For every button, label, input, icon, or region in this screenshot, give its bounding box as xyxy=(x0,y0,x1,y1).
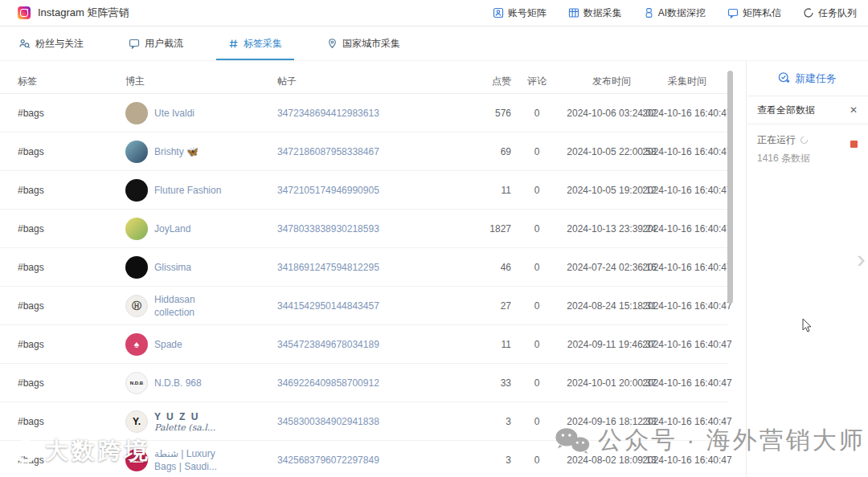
collected-time: 2024-10-16 16:40:47 xyxy=(641,441,733,477)
collected-time: 2024-10-16 16:40:47 xyxy=(641,132,733,171)
blogger-name-link[interactable]: N.D.B. 968 xyxy=(154,364,260,402)
post-id-link[interactable]: 3425683796072297849 xyxy=(277,441,422,477)
blogger-avatar[interactable]: Ⓗ xyxy=(125,287,148,325)
blogger-name-link[interactable]: Ute Ivaldi xyxy=(154,94,260,132)
post-id[interactable]: 3472105174946990905 xyxy=(277,184,379,197)
blogger-avatar[interactable]: N.D.B xyxy=(125,364,148,402)
new-task-icon xyxy=(778,71,790,86)
post-id[interactable]: 3441542950144843457 xyxy=(277,300,379,312)
top-nav-item-2[interactable]: 数据采集 xyxy=(568,6,622,20)
tag-label: #bags xyxy=(18,262,44,273)
new-task-button[interactable]: 新建任务 xyxy=(747,71,868,86)
blogger-name-link[interactable]: Fluture Fashion xyxy=(154,171,260,210)
blogger-name[interactable]: Brishty 🦋 xyxy=(154,145,199,158)
tag-cell: #bags xyxy=(18,94,106,132)
app-window: Instagram 矩阵营销 账号矩阵数据采集AI数据深挖矩阵私信任务队列 粉丝… xyxy=(0,0,868,477)
avatar[interactable] xyxy=(125,218,148,240)
tag-cell: #bags xyxy=(18,132,106,171)
blogger-avatar[interactable]: شنطة xyxy=(125,441,148,477)
blogger-name-link[interactable]: Brishty 🦋 xyxy=(154,132,260,171)
blogger-avatar[interactable] xyxy=(125,171,148,210)
post-id-link[interactable]: 3469226409858700912 xyxy=(277,364,422,402)
blogger-name-link[interactable]: شنطة | Luxury Bags | Saudi... xyxy=(154,441,260,477)
post-id-link[interactable]: 3472348694412983613 xyxy=(277,94,422,132)
blogger-avatar[interactable] xyxy=(125,210,148,248)
post-id-link[interactable]: 3472186087958338467 xyxy=(277,132,422,171)
post-id[interactable]: 3425683796072297849 xyxy=(277,454,379,467)
post-id-link[interactable]: 3454723849678034189 xyxy=(277,325,422,364)
post-id[interactable]: 3472186087958338467 xyxy=(277,145,379,158)
table-row: #bagsUte Ivaldi3472348694412983613576020… xyxy=(0,94,727,132)
avatar[interactable]: Y. xyxy=(125,410,148,433)
blogger-avatar[interactable] xyxy=(125,132,148,171)
blogger-name[interactable]: Ute Ivaldi xyxy=(154,107,194,120)
post-id-link[interactable]: 3472105174946990905 xyxy=(277,171,422,210)
blogger-subname: Palette (sa.l... xyxy=(154,422,215,433)
tab-user-intercept[interactable]: 用户截流 xyxy=(117,26,195,60)
blogger-name[interactable]: Hiddasan collection xyxy=(154,293,195,319)
tab-label: 用户截流 xyxy=(145,37,183,51)
post-id[interactable]: 3454723849678034189 xyxy=(277,338,379,351)
top-nav-item-1[interactable]: 账号矩阵 xyxy=(493,6,547,20)
stop-task-button[interactable] xyxy=(850,141,858,148)
post-id-link[interactable]: 3458300384902941838 xyxy=(277,402,422,441)
avatar[interactable]: Ⓗ xyxy=(125,295,148,317)
blogger-name-link[interactable]: JoyLand xyxy=(154,210,260,248)
post-id[interactable]: 3472348694412983613 xyxy=(277,107,379,120)
blogger-name[interactable]: Glissima xyxy=(154,261,191,274)
blogger-avatar[interactable]: Y. xyxy=(125,402,148,441)
post-id[interactable]: 3478033838930218593 xyxy=(277,222,379,235)
top-nav-item-3[interactable]: AI数据深挖 xyxy=(644,6,706,20)
view-all-data-row[interactable]: 查看全部数据 ✕ xyxy=(747,96,868,124)
table-row: #bagsN.D.BN.D.B. 96834692264098587009123… xyxy=(0,364,727,402)
avatar[interactable] xyxy=(125,102,148,124)
tab-hashtag-collect[interactable]: 标签采集 xyxy=(216,26,294,60)
table-row: #bagsⒽHiddasan collection344154295014484… xyxy=(0,287,727,325)
table-row: #bagsGlissima34186912475948122954602024-… xyxy=(0,248,727,287)
avatar[interactable] xyxy=(125,179,148,202)
table-scrollbar[interactable] xyxy=(727,71,733,304)
post-id-link[interactable]: 3418691247594812295 xyxy=(277,248,422,287)
table-row: #bagsJoyLand3478033838930218593182702024… xyxy=(0,210,727,248)
tab-label: 标签采集 xyxy=(244,37,282,51)
data-grid-icon xyxy=(568,7,579,18)
top-nav: 账号矩阵数据采集AI数据深挖矩阵私信任务队列 xyxy=(493,6,868,20)
blogger-avatar[interactable]: ♠ xyxy=(125,325,148,364)
post-id[interactable]: 3469226409858700912 xyxy=(277,377,379,389)
tab-fans-follow[interactable]: 粉丝与关注 xyxy=(6,26,96,60)
task-status: 正在运行 1416 条数据 xyxy=(747,124,868,165)
avatar[interactable] xyxy=(125,141,148,163)
avatar[interactable]: شنطة xyxy=(125,449,148,471)
blogger-name[interactable]: JoyLand xyxy=(154,222,190,235)
avatar[interactable]: N.D.B xyxy=(125,372,148,394)
tag-label: #bags xyxy=(18,146,44,157)
post-id[interactable]: 3458300384902941838 xyxy=(277,415,379,428)
comments-count: 0 xyxy=(519,132,555,171)
blogger-name-link[interactable]: Spade xyxy=(154,325,260,364)
post-id-link[interactable]: 3478033838930218593 xyxy=(277,210,422,248)
expand-chevron-icon[interactable]: › xyxy=(857,246,866,271)
top-nav-item-5[interactable]: 任务队列 xyxy=(803,6,857,20)
blogger-name: Y U Z U xyxy=(154,411,215,422)
blogger-name-link[interactable]: Hiddasan collection xyxy=(154,287,260,325)
collected-time: 2024-10-16 16:40:47 xyxy=(641,248,733,287)
avatar[interactable] xyxy=(125,256,148,279)
blogger-name[interactable]: Spade xyxy=(154,338,182,351)
blogger-avatar[interactable] xyxy=(125,94,148,132)
post-id[interactable]: 3418691247594812295 xyxy=(277,261,379,274)
tab-country-city[interactable]: 国家城市采集 xyxy=(315,26,412,60)
post-id-link[interactable]: 3441542950144843457 xyxy=(277,287,422,325)
blogger-name[interactable]: Fluture Fashion xyxy=(154,184,221,197)
top-nav-item-4[interactable]: 矩阵私信 xyxy=(727,6,781,20)
column-header: 博主 xyxy=(125,68,174,94)
likes-count: 27 xyxy=(463,287,511,325)
avatar[interactable]: ♠ xyxy=(125,333,148,356)
blogger-avatar[interactable] xyxy=(125,248,148,287)
blogger-name[interactable]: N.D.B. 968 xyxy=(154,377,202,389)
likes-count: 11 xyxy=(463,171,511,210)
blogger-name[interactable]: شنطة | Luxury Bags | Saudi... xyxy=(154,447,217,473)
blogger-name-link[interactable]: Glissima xyxy=(154,248,260,287)
close-icon[interactable]: ✕ xyxy=(850,104,858,116)
blogger-name-link[interactable]: Y U Z UPalette (sa.l... xyxy=(154,402,260,441)
loading-spinner-icon xyxy=(799,135,809,145)
